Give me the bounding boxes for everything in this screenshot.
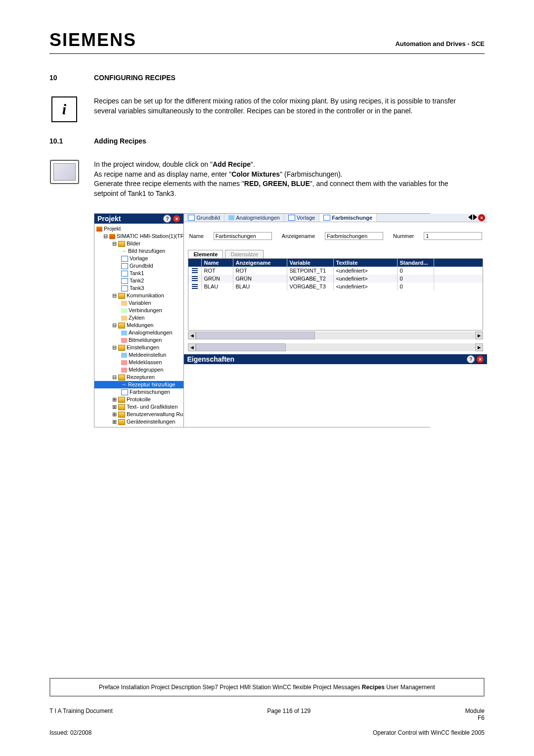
tree-textgraf[interactable]: ⊞Text- und Grafiklisten	[94, 403, 183, 411]
tree-meldeklass[interactable]: Meldeklassen	[94, 359, 183, 366]
tree-meldeein[interactable]: Meldeeinstellun	[94, 351, 183, 359]
subsection-number: 10.1	[49, 137, 69, 145]
col-name[interactable]: Name	[202, 259, 233, 267]
col-textliste[interactable]: Textliste	[334, 259, 398, 267]
tree-vorlage[interactable]: Vorlage	[94, 255, 183, 262]
tab-next-icon[interactable]	[473, 214, 477, 220]
anzeige-input[interactable]	[325, 232, 383, 240]
table-row[interactable]: GRÜN GRÜN VORGABE_T2 <undefiniert> 0	[188, 275, 483, 283]
tree-bilder[interactable]: ⊟Bilder	[94, 240, 183, 247]
tree-meldegrupp[interactable]: Meldegruppen	[94, 366, 183, 374]
project-tree-panel: Projekt ? × Projekt ⊟SIMATIC HMI-Station…	[94, 214, 184, 427]
siemens-logo: SIEMENS	[49, 30, 136, 50]
tree-titlebar: Projekt ? ×	[94, 214, 183, 224]
close-icon[interactable]: ×	[476, 355, 484, 363]
section-title: CONFIGURING RECIPES	[94, 74, 176, 82]
properties-titlebar: Eigenschaften ? ×	[184, 354, 487, 364]
footer-center: Page 116 of 129	[267, 708, 311, 721]
name-label: Name	[189, 233, 203, 239]
footer-right-b: F6	[478, 714, 485, 721]
tree-bitmeld[interactable]: Bitmeldungen	[94, 336, 183, 344]
scroll-left-icon[interactable]: ◄	[188, 331, 196, 339]
info-icon: i	[51, 96, 77, 122]
tree-grundbild[interactable]: Grundbild	[94, 262, 183, 270]
footer-left: T I A Training Document	[49, 708, 113, 721]
scroll-right-icon[interactable]: ►	[475, 343, 483, 351]
tree-add-rezept[interactable]: →Rezeptur hinzufüge	[94, 381, 183, 388]
row-icon	[192, 276, 198, 281]
tree-benutzer[interactable]: ⊞Benutzerverwaltung Ru	[94, 411, 183, 418]
help-icon[interactable]: ?	[467, 355, 475, 363]
scroll-left-icon[interactable]: ◄	[188, 343, 196, 351]
footer-right: Module	[465, 708, 485, 714]
footer-nav-box: Preface Installation Project Description…	[49, 678, 485, 697]
tree-komm[interactable]: ⊟Kommunikation	[94, 292, 183, 299]
recipe-form: Name Anzeigename Nummer	[184, 222, 487, 250]
name-input[interactable]	[214, 232, 272, 240]
tree-tank1[interactable]: Tank1	[94, 270, 183, 277]
properties-body	[184, 364, 487, 379]
header-right-text: Automation and Drives - SCE	[395, 40, 485, 47]
tree-einstell[interactable]: ⊟Einstellungen	[94, 344, 183, 351]
footer-issued: Issued: 02/2008	[49, 729, 91, 736]
col-variable[interactable]: Variable	[287, 259, 334, 267]
tree-protok[interactable]: ⊞Protokolle	[94, 396, 183, 403]
panel-hscroll[interactable]: ◄ ►	[188, 343, 483, 351]
tab-close-icon[interactable]: ×	[478, 214, 485, 221]
tab-prev-icon[interactable]	[468, 214, 472, 220]
nummer-input[interactable]	[424, 232, 482, 240]
intro-paragraph: Recipes can be set up for the different …	[94, 96, 470, 116]
nummer-label: Nummer	[393, 233, 414, 239]
tab-grundbild[interactable]: Grundbild	[184, 214, 224, 222]
close-icon[interactable]: ×	[173, 215, 180, 223]
row-icon	[192, 284, 198, 289]
row-icon	[192, 268, 198, 273]
monitor-icon	[50, 160, 79, 184]
tab-analog[interactable]: Analogmeldungen	[224, 214, 284, 222]
tab-farb[interactable]: Farbmischunge	[319, 214, 377, 222]
help-icon[interactable]: ?	[163, 215, 171, 223]
elements-grid: Name Anzeigename Variable Textliste Stan…	[188, 258, 483, 331]
tree-station[interactable]: ⊟SIMATIC HMI-Station(1)(TF	[94, 233, 183, 240]
tree-variablen[interactable]: Variablen	[94, 299, 183, 307]
footer-line-1: T I A Training Document Page 116 of 129 …	[49, 708, 485, 721]
tree-meldungen[interactable]: ⊟Meldungen	[94, 322, 183, 329]
tree-add-bild[interactable]: →Bild hinzufügen	[94, 247, 183, 255]
tree-root[interactable]: Projekt	[94, 225, 183, 233]
grid-hscroll[interactable]: ◄ ►	[188, 331, 483, 339]
subsection-title: Adding Recipes	[94, 137, 146, 145]
tree-analog[interactable]: Analogmeldungen	[94, 329, 183, 336]
tree-body[interactable]: Projekt ⊟SIMATIC HMI-Station(1)(TF ⊟Bild…	[94, 224, 183, 427]
tree-zyklen[interactable]: Zyklen	[94, 314, 183, 322]
section-heading: 10 CONFIGURING RECIPES	[49, 74, 485, 82]
tab-vorlage[interactable]: Vorlage	[284, 214, 319, 222]
app-screenshot: Projekt ? × Projekt ⊟SIMATIC HMI-Station…	[94, 213, 430, 427]
tree-farb[interactable]: Farbmischungen	[94, 388, 183, 396]
subsection-heading: 10.1 Adding Recipes	[49, 137, 485, 145]
tree-tank3[interactable]: Tank3	[94, 284, 183, 292]
col-standard[interactable]: Standard...	[398, 259, 434, 267]
subtab-elemente[interactable]: Elemente	[188, 250, 223, 258]
section-number: 10	[49, 74, 69, 82]
tree-rezept[interactable]: ⊟Rezepturen	[94, 374, 183, 381]
tab-row: Grundbild Analogmeldungen Vorlage Farbmi…	[184, 214, 487, 222]
table-row[interactable]: BLAU BLAU VORGABE_T3 <undefiniert> 0	[188, 283, 483, 290]
subtab-datensaetze[interactable]: Datensätze	[225, 250, 264, 258]
tree-verbind[interactable]: Verbindungen	[94, 307, 183, 314]
table-row[interactable]: ROT ROT SETPOINT_T1 <undefiniert> 0	[188, 267, 483, 275]
footer-product: Operator Control with WinCC flexible 200…	[373, 729, 485, 736]
tree-tank2[interactable]: Tank2	[94, 277, 183, 284]
scroll-right-icon[interactable]: ►	[475, 331, 483, 339]
anzeige-label: Anzeigename	[282, 233, 315, 239]
page-header: SIEMENS Automation and Drives - SCE	[49, 30, 485, 54]
footer-line-2: Issued: 02/2008 Operator Control with Wi…	[49, 729, 485, 736]
col-anzeige[interactable]: Anzeigename	[233, 259, 287, 267]
tree-geraete[interactable]: ⊞Geräteeinstellungen	[94, 418, 183, 425]
body-paragraph: In the project window, double click on "…	[94, 160, 470, 198]
